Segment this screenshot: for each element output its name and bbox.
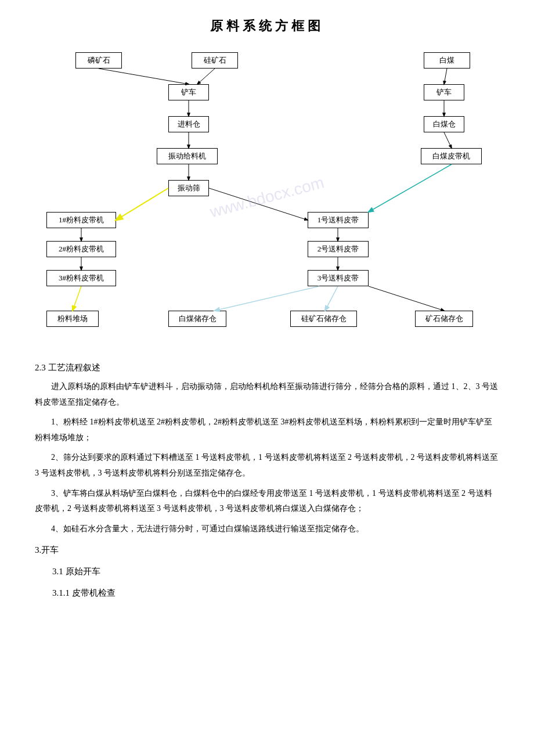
svg-line-17 bbox=[444, 132, 452, 148]
svg-line-9 bbox=[73, 286, 81, 311]
section-23-title: 2.3 工艺流程叙述 bbox=[35, 360, 499, 376]
svg-line-5 bbox=[116, 188, 168, 220]
svg-line-15 bbox=[444, 69, 447, 84]
paragraph-3: 2、筛分达到要求的原料通过下料槽送至 1 号送料皮带机，1 号送料皮带机将料送至… bbox=[35, 450, 499, 481]
svg-line-14 bbox=[369, 286, 444, 311]
svg-line-0 bbox=[99, 69, 189, 84]
section-3-title: 3.开车 bbox=[35, 542, 499, 558]
paragraph-2: 1、粉料经 1#粉料皮带机送至 2#粉料皮带机，2#粉料皮带机送至 3#粉料皮带… bbox=[35, 415, 499, 445]
paragraph-1: 进入原料场的原料由铲车铲进料斗，启动振动筛，启动给料机给料至振动筛进行筛分，经筛… bbox=[35, 379, 499, 410]
paragraph-4: 3、铲车将白煤从料场铲至白煤料仓，白煤料仓中的白煤经专用皮带送至 1 号送料皮带… bbox=[35, 486, 499, 517]
svg-line-12 bbox=[215, 286, 319, 311]
section-31-title: 3.1 原始开车 bbox=[52, 564, 499, 579]
page-title: 原料系统方框图 bbox=[35, 17, 499, 35]
svg-line-13 bbox=[325, 286, 338, 311]
flowchart-arrows bbox=[41, 46, 493, 348]
svg-line-1 bbox=[197, 69, 215, 84]
content-area: 2.3 工艺流程叙述 进入原料场的原料由铲车铲进料斗，启动振动筛，启动给料机给料… bbox=[35, 360, 499, 601]
paragraph-5: 4、如硅石水分含量大，无法进行筛分时，可通过白煤输送路线进行输送至指定储存仓。 bbox=[35, 521, 499, 537]
svg-line-6 bbox=[209, 188, 308, 220]
svg-line-18 bbox=[369, 164, 452, 212]
flowchart: 磷矿石 硅矿石 白煤 铲车 铲车 进料仓 白煤仓 振动给料机 白煤皮带机 振动筛… bbox=[41, 46, 493, 348]
section-311-title: 3.1.1 皮带机检查 bbox=[52, 585, 499, 601]
